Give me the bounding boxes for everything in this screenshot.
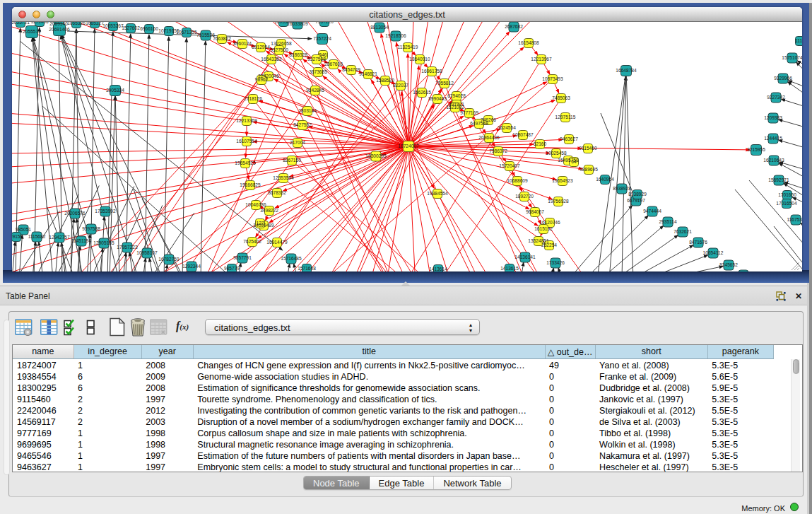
svg-text:1167533: 1167533 bbox=[787, 217, 802, 222]
svg-text:16914479: 16914479 bbox=[266, 240, 288, 245]
svg-text:15692971: 15692971 bbox=[768, 177, 789, 182]
svg-text:2055721: 2055721 bbox=[12, 22, 30, 25]
svg-text:9115460: 9115460 bbox=[579, 146, 597, 151]
svg-text:9397588: 9397588 bbox=[82, 226, 100, 231]
svg-text:9245652: 9245652 bbox=[719, 262, 738, 267]
svg-text:19218506: 19218506 bbox=[385, 33, 406, 38]
svg-text:10958107: 10958107 bbox=[136, 250, 158, 255]
svg-text:1244415: 1244415 bbox=[764, 136, 782, 141]
svg-text:9857791: 9857791 bbox=[233, 255, 252, 260]
svg-text:1733426: 1733426 bbox=[546, 260, 565, 265]
svg-text:7632621: 7632621 bbox=[673, 229, 692, 234]
svg-text:822037: 822037 bbox=[393, 83, 408, 88]
svg-text:985051: 985051 bbox=[16, 227, 31, 232]
svg-text:2687682: 2687682 bbox=[505, 24, 523, 29]
svg-text:1892720: 1892720 bbox=[515, 194, 534, 199]
svg-text:1292344: 1292344 bbox=[182, 264, 201, 269]
svg-text:18724007: 18724007 bbox=[398, 144, 419, 148]
svg-text:16782759: 16782759 bbox=[158, 257, 180, 262]
svg-text:15720407: 15720407 bbox=[499, 163, 520, 168]
svg-text:8938929: 8938929 bbox=[628, 192, 647, 197]
svg-text:16154808: 16154808 bbox=[518, 40, 539, 45]
svg-text:10046786: 10046786 bbox=[245, 202, 266, 207]
svg-text:16107554: 16107554 bbox=[236, 139, 257, 144]
svg-text:10653267: 10653267 bbox=[102, 23, 124, 28]
svg-text:11325419: 11325419 bbox=[398, 45, 418, 49]
svg-text:62160: 62160 bbox=[534, 141, 547, 146]
svg-text:8427552: 8427552 bbox=[293, 122, 312, 127]
svg-text:9327508: 9327508 bbox=[307, 57, 326, 62]
svg-text:3624554: 3624554 bbox=[498, 125, 516, 130]
svg-text:18300295: 18300295 bbox=[365, 153, 387, 158]
svg-text:1413615: 1413615 bbox=[500, 266, 519, 271]
svg-text:19654923: 19654923 bbox=[552, 178, 573, 183]
svg-text:19166825: 19166825 bbox=[240, 182, 261, 187]
svg-text:8678332: 8678332 bbox=[268, 190, 286, 195]
svg-text:16648784: 16648784 bbox=[616, 68, 637, 73]
svg-text:8186328: 8186328 bbox=[289, 52, 307, 57]
svg-text:10025458: 10025458 bbox=[546, 151, 567, 156]
svg-text:39159: 39159 bbox=[12, 234, 23, 239]
svg-text:2905334: 2905334 bbox=[106, 88, 124, 93]
svg-text:2803144: 2803144 bbox=[298, 108, 317, 113]
svg-text:1571648: 1571648 bbox=[298, 266, 316, 271]
svg-text:19756928: 19756928 bbox=[548, 199, 569, 204]
svg-text:8454749: 8454749 bbox=[342, 67, 360, 72]
svg-text:9463627: 9463627 bbox=[560, 136, 578, 141]
svg-text:6966160: 6966160 bbox=[140, 26, 158, 31]
svg-text:9146821: 9146821 bbox=[359, 71, 377, 76]
svg-text:2069140: 2069140 bbox=[49, 22, 68, 26]
svg-text:1065326: 1065326 bbox=[67, 22, 86, 25]
svg-text:9242845: 9242845 bbox=[306, 88, 324, 93]
svg-text:8990443: 8990443 bbox=[428, 96, 447, 101]
svg-text:2718176: 2718176 bbox=[244, 96, 262, 101]
svg-text:16543382: 16543382 bbox=[261, 57, 282, 62]
svg-text:12213967: 12213967 bbox=[531, 57, 552, 62]
svg-text:7625402: 7625402 bbox=[243, 239, 261, 244]
svg-text:9329966: 9329966 bbox=[774, 76, 792, 81]
svg-text:2867608: 2867608 bbox=[324, 62, 343, 66]
svg-text:19384554: 19384554 bbox=[427, 191, 448, 196]
svg-text:64: 64 bbox=[571, 159, 577, 164]
svg-text:8912954: 8912954 bbox=[252, 45, 270, 49]
svg-text:12942757: 12942757 bbox=[49, 235, 70, 240]
svg-text:1527602: 1527602 bbox=[122, 25, 140, 30]
svg-text:9474444: 9474444 bbox=[643, 209, 661, 214]
svg-text:1117: 1117 bbox=[795, 38, 802, 43]
svg-text:1615192: 1615192 bbox=[534, 226, 553, 231]
svg-text:1588520: 1588520 bbox=[376, 78, 394, 83]
svg-text:9227342: 9227342 bbox=[767, 95, 785, 100]
svg-text:14136141: 14136141 bbox=[514, 255, 536, 259]
svg-text:20691406: 20691406 bbox=[49, 27, 70, 32]
svg-text:12905185: 12905185 bbox=[93, 240, 114, 245]
svg-text:16120746: 16120746 bbox=[539, 220, 560, 225]
svg-text:17016504: 17016504 bbox=[776, 201, 797, 206]
svg-text:9684067: 9684067 bbox=[526, 209, 544, 214]
svg-text:16961758: 16961758 bbox=[421, 69, 442, 74]
svg-text:8267150: 8267150 bbox=[283, 158, 301, 163]
svg-text:9889695: 9889695 bbox=[579, 167, 598, 172]
svg-text:7485063: 7485063 bbox=[552, 95, 570, 100]
svg-text:1191406: 1191406 bbox=[30, 22, 49, 24]
svg-text:8215955: 8215955 bbox=[747, 147, 765, 152]
svg-text:1701650: 1701650 bbox=[778, 192, 796, 197]
svg-text:9327500: 9327500 bbox=[270, 47, 288, 52]
svg-text:1065327: 1065327 bbox=[86, 22, 104, 25]
svg-text:7986372: 7986372 bbox=[489, 148, 507, 153]
svg-text:17353992: 17353992 bbox=[95, 209, 116, 214]
svg-text:8938928: 8938928 bbox=[613, 186, 631, 191]
svg-text:7955812: 7955812 bbox=[435, 81, 454, 86]
svg-text:7357224: 7357224 bbox=[313, 36, 331, 41]
svg-text:12975115: 12975115 bbox=[555, 115, 576, 119]
svg-text:1562615: 1562615 bbox=[413, 90, 431, 95]
svg-text:217004: 217004 bbox=[290, 140, 305, 145]
svg-text:18640910: 18640910 bbox=[409, 57, 430, 62]
svg-text:7663822: 7663822 bbox=[213, 36, 231, 41]
svg-text:2055572: 2055572 bbox=[23, 29, 41, 34]
svg-text:20206576: 20206576 bbox=[64, 211, 86, 216]
svg-text:11451194: 11451194 bbox=[71, 238, 92, 243]
svg-text:8960124: 8960124 bbox=[233, 41, 252, 46]
svg-text:9777169: 9777169 bbox=[460, 110, 478, 115]
svg-text:1413614: 1413614 bbox=[429, 267, 447, 271]
svg-text:8471676: 8471676 bbox=[689, 240, 707, 245]
